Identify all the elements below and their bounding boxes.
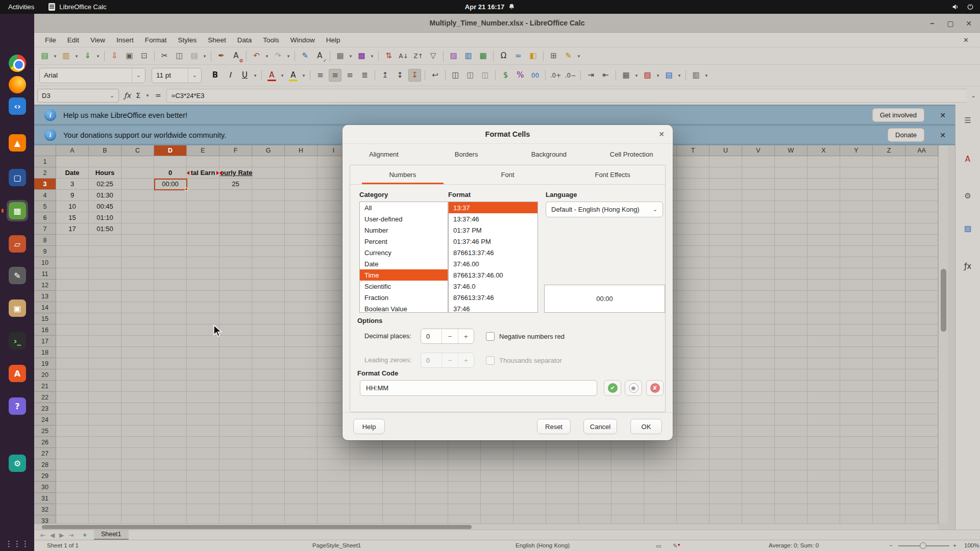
cell-AA14[interactable] bbox=[905, 302, 938, 313]
dock-help[interactable]: ? bbox=[7, 395, 28, 417]
cell-W22[interactable] bbox=[775, 392, 807, 403]
page-style-label[interactable]: PageStyle_Sheet1 bbox=[312, 542, 361, 548]
cell-Y11[interactable] bbox=[840, 268, 873, 280]
cell-E25[interactable] bbox=[187, 425, 219, 437]
cell-B28[interactable] bbox=[89, 459, 121, 470]
cell-G19[interactable] bbox=[252, 358, 285, 369]
cell-X10[interactable] bbox=[807, 257, 840, 268]
cell-T31[interactable] bbox=[677, 493, 709, 504]
cell-Z23[interactable] bbox=[873, 403, 905, 414]
undo-icon[interactable]: ↶ bbox=[250, 49, 263, 62]
cell-W5[interactable] bbox=[775, 201, 807, 212]
cell-T6[interactable] bbox=[677, 212, 709, 223]
edit-comment-button[interactable]: ◉ bbox=[625, 380, 642, 396]
autosum-icon[interactable]: Σ bbox=[136, 91, 140, 99]
cell-Y8[interactable] bbox=[840, 235, 873, 246]
cell-E8[interactable] bbox=[187, 235, 219, 246]
cell-C33[interactable] bbox=[121, 515, 154, 523]
cell-R27[interactable] bbox=[611, 448, 644, 459]
underline-icon[interactable]: U bbox=[238, 69, 251, 82]
cell-E14[interactable] bbox=[187, 302, 219, 313]
cell-L30[interactable] bbox=[415, 482, 448, 493]
cell-C14[interactable] bbox=[121, 302, 154, 313]
cell-L31[interactable] bbox=[415, 493, 448, 504]
document-modified-icon[interactable]: ✎● bbox=[673, 542, 680, 549]
cell-X31[interactable] bbox=[807, 493, 840, 504]
cell-F1[interactable] bbox=[219, 156, 252, 167]
cell-A11[interactable] bbox=[56, 268, 89, 280]
insert-chart-icon[interactable]: ▥ bbox=[462, 49, 475, 62]
cell-Z8[interactable] bbox=[873, 235, 905, 246]
cell-G8[interactable] bbox=[252, 235, 285, 246]
cell-G7[interactable] bbox=[252, 223, 285, 235]
cell-C21[interactable] bbox=[121, 381, 154, 392]
cell-A2[interactable]: Date bbox=[56, 167, 89, 179]
power-icon[interactable] bbox=[967, 4, 974, 10]
cell-H27[interactable] bbox=[285, 448, 317, 459]
category-item-currency[interactable]: Currency bbox=[360, 247, 448, 258]
cell-D8[interactable] bbox=[154, 235, 187, 246]
cell-C25[interactable] bbox=[121, 425, 154, 437]
cell-N27[interactable] bbox=[481, 448, 513, 459]
cell-T2[interactable] bbox=[677, 167, 709, 179]
cell-V27[interactable] bbox=[742, 448, 775, 459]
category-item-date[interactable]: Date bbox=[360, 258, 448, 269]
cell-B32[interactable] bbox=[89, 504, 121, 515]
cell-D6[interactable] bbox=[154, 212, 187, 223]
cell-A7[interactable]: 17 bbox=[56, 223, 89, 235]
cell-T11[interactable] bbox=[677, 268, 709, 280]
cell-Y18[interactable] bbox=[840, 347, 873, 358]
sidebar-functions-icon[interactable]: ƒx bbox=[960, 259, 975, 274]
cell-K33[interactable] bbox=[383, 515, 415, 523]
cell-Q29[interactable] bbox=[579, 470, 611, 482]
cell-Y24[interactable] bbox=[840, 414, 873, 425]
cell-E3[interactable] bbox=[187, 179, 219, 190]
cell-W12[interactable] bbox=[775, 280, 807, 291]
cell-T19[interactable] bbox=[677, 358, 709, 369]
zoom-out-icon[interactable]: − bbox=[889, 542, 893, 548]
cell-Z12[interactable] bbox=[873, 280, 905, 291]
chevron-down-icon[interactable]: ⌄ bbox=[110, 92, 114, 99]
cell-G23[interactable] bbox=[252, 403, 285, 414]
cell-U25[interactable] bbox=[709, 425, 742, 437]
copy-icon[interactable]: ◫ bbox=[173, 49, 186, 62]
cell-C9[interactable] bbox=[121, 246, 154, 257]
cell-X32[interactable] bbox=[807, 504, 840, 515]
cell-U4[interactable] bbox=[709, 190, 742, 201]
cell-W18[interactable] bbox=[775, 347, 807, 358]
cell-N31[interactable] bbox=[481, 493, 513, 504]
cell-B5[interactable]: 00:45 bbox=[89, 201, 121, 212]
cell-F24[interactable] bbox=[219, 414, 252, 425]
cell-AA9[interactable] bbox=[905, 246, 938, 257]
cell-E29[interactable] bbox=[187, 470, 219, 482]
cell-D18[interactable] bbox=[154, 347, 187, 358]
cell-Z21[interactable] bbox=[873, 381, 905, 392]
cell-V31[interactable] bbox=[742, 493, 775, 504]
cell-W7[interactable] bbox=[775, 223, 807, 235]
cell-F17[interactable] bbox=[219, 336, 252, 347]
cell-B15[interactable] bbox=[89, 313, 121, 324]
ok-button[interactable]: OK bbox=[630, 419, 662, 434]
cell-AA7[interactable] bbox=[905, 223, 938, 235]
cell-J32[interactable] bbox=[350, 504, 383, 515]
cell-E10[interactable] bbox=[187, 257, 219, 268]
cell-D14[interactable] bbox=[154, 302, 187, 313]
row-column-icon-dropdown[interactable]: ▾ bbox=[348, 54, 353, 59]
cell-U5[interactable] bbox=[709, 201, 742, 212]
currency-format-icon[interactable]: $ bbox=[499, 69, 512, 82]
cell-H23[interactable] bbox=[285, 403, 317, 414]
close-icon[interactable]: ✕ bbox=[940, 131, 946, 139]
cell-B18[interactable] bbox=[89, 347, 121, 358]
category-item-number[interactable]: Number bbox=[360, 224, 448, 236]
freeze-panes-icon[interactable]: ⊞ bbox=[547, 49, 560, 62]
cell-Z33[interactable] bbox=[873, 515, 905, 523]
cell-E15[interactable] bbox=[187, 313, 219, 324]
cell-B3[interactable]: 02:25 bbox=[89, 179, 121, 190]
cell-B19[interactable] bbox=[89, 358, 121, 369]
formula-input[interactable]: =C3*24*E3 bbox=[166, 89, 967, 103]
cell-D10[interactable] bbox=[154, 257, 187, 268]
cell-C26[interactable] bbox=[121, 437, 154, 448]
tab-font[interactable]: Font bbox=[455, 165, 560, 184]
cell-Y6[interactable] bbox=[840, 212, 873, 223]
menu-styles[interactable]: Styles bbox=[173, 34, 203, 46]
